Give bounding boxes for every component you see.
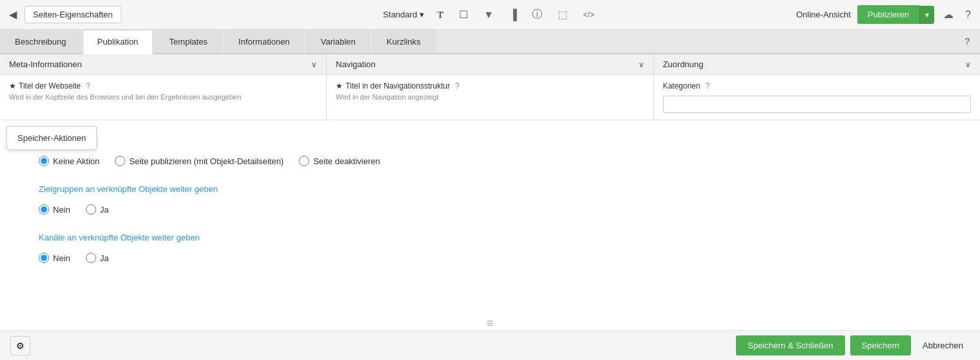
toolbar-right: Online-Ansicht Publizieren ▾ ☁ ? — [796, 5, 974, 24]
collapse-navigation-icon: ∨ — [638, 60, 644, 69]
radio-seite-deaktivieren-label: Seite deaktivieren — [313, 156, 380, 166]
tab-informationen[interactable]: Informationen — [223, 30, 305, 53]
collapse-zuordnung-icon: ∨ — [965, 60, 971, 69]
field-hint-2: Wird in der Navigation angezeigt — [336, 93, 644, 101]
section-header-navigation[interactable]: Navigation ∨ — [327, 54, 653, 74]
field-help-icon-1[interactable]: ? — [86, 81, 90, 90]
kanaele-title: Kanäle an verknüpfte Objekte weiter gebe… — [39, 233, 961, 242]
zielgruppen-section: Zielgruppen an verknüpfte Objekte weiter… — [39, 184, 961, 215]
required-star: ★ — [9, 81, 16, 90]
tab-variablen[interactable]: Variablen — [306, 30, 371, 53]
kanaele-radio-group: Nein Ja — [39, 253, 961, 263]
kanaele-ja[interactable]: Ja — [86, 253, 109, 263]
publikation-section: Publikation Keine Aktion Seite publizier… — [39, 136, 961, 166]
section-headers: Meta-Informationen ∨ Navigation ∨ Zuordn… — [0, 54, 980, 75]
speicher-aktionen-popup: Speicher-Aktionen — [6, 126, 97, 150]
section-meta-label: Meta-Informationen — [9, 59, 82, 69]
zielgruppen-nein[interactable]: Nein — [39, 204, 70, 215]
zielgruppen-ja-input[interactable] — [86, 204, 96, 215]
radio-seite-publizieren[interactable]: Seite publizieren (mit Objekt-Detailseit… — [115, 156, 283, 166]
field-help-icon-3[interactable]: ? — [706, 81, 710, 90]
dropdown-arrow-icon: ▾ — [420, 10, 424, 19]
tab-templates[interactable]: Templates — [154, 30, 222, 53]
section-header-zuordnung[interactable]: Zuordnung ∨ — [654, 54, 980, 74]
collapse-meta-icon: ∨ — [311, 60, 317, 69]
publikation-radio-group: Keine Aktion Seite publizieren (mit Obje… — [39, 156, 961, 166]
zielgruppen-nein-input[interactable] — [39, 204, 49, 215]
field-hint-1: Wird in der Kopfzeile des Browsers und b… — [9, 93, 317, 101]
field-label-kategorien: Kategorien ? — [663, 81, 971, 90]
radio-seite-deaktivieren-input[interactable] — [299, 156, 309, 166]
publikation-title: Publikation — [39, 136, 961, 145]
field-label-text: Titel der Webseite — [19, 81, 81, 90]
tab-beschreibung[interactable]: Beschreibung — [0, 30, 81, 53]
field-label-titel-webseite: ★ Titel der Webseite ? — [9, 81, 317, 90]
layout-icon[interactable]: ☐ — [456, 6, 471, 23]
field-help-icon-2[interactable]: ? — [455, 81, 460, 90]
radio-keine-aktion-input[interactable] — [39, 156, 49, 166]
zielgruppen-title: Zielgruppen an verknüpfte Objekte weiter… — [39, 184, 961, 194]
speicher-aktionen-label: Speicher-Aktionen — [17, 133, 86, 143]
translate-icon[interactable]: 𝐓̄ — [434, 6, 446, 23]
standard-dropdown[interactable]: Standard ▾ — [383, 10, 424, 19]
cloud-icon[interactable]: ☁ — [941, 6, 956, 23]
publizieren-group: Publizieren ▾ — [857, 5, 934, 24]
radio-keine-aktion-label: Keine Aktion — [53, 156, 99, 166]
kanaele-ja-input[interactable] — [86, 253, 96, 263]
field-col-titel-navigation: ★ Titel in der Navigationsstruktur ? Wir… — [327, 75, 653, 120]
section-navigation-label: Navigation — [336, 59, 375, 69]
grid-icon[interactable]: ⬚ — [555, 6, 570, 23]
zielgruppen-ja-label: Ja — [100, 205, 109, 215]
field-label-text-2: Titel in der Navigationsstruktur — [345, 81, 450, 90]
required-star-2: ★ — [336, 81, 343, 90]
help-icon[interactable]: ? — [963, 6, 974, 23]
zielgruppen-ja[interactable]: Ja — [86, 204, 109, 215]
zielgruppen-nein-label: Nein — [53, 205, 70, 215]
back-button[interactable]: ◀ — [6, 6, 19, 23]
section-header-meta[interactable]: Meta-Informationen ∨ — [0, 54, 327, 74]
tabs-bar: Beschreibung Publikation Templates Infor… — [0, 30, 980, 54]
radio-seite-deaktivieren[interactable]: Seite deaktivieren — [299, 156, 380, 166]
filter-icon[interactable]: ▼ — [481, 6, 496, 23]
section-zuordnung-label: Zuordnung — [663, 59, 704, 69]
top-toolbar: ◀ Seiten-Eigenschaften Standard ▾ 𝐓̄ ☐ ▼… — [0, 0, 980, 30]
kategorien-input[interactable] — [663, 96, 971, 113]
info-icon[interactable]: ⓘ — [529, 5, 545, 24]
kanaele-ja-label: Ja — [100, 253, 109, 263]
zielgruppen-radio-group: Nein Ja — [39, 204, 961, 215]
publizieren-button[interactable]: Publizieren — [857, 5, 919, 24]
kanaele-section: Kanäle an verknüpfte Objekte weiter gebe… — [39, 233, 961, 263]
field-col-kategorien: Kategorien ? — [654, 75, 980, 120]
tab-help-icon[interactable]: ? — [954, 30, 980, 53]
field-col-titel-webseite: ★ Titel der Webseite ? Wird in der Kopfz… — [0, 75, 327, 120]
main-content: Publikation Keine Aktion Seite publizier… — [0, 120, 980, 294]
field-label-text-3: Kategorien — [663, 81, 700, 90]
radio-seite-publizieren-input[interactable] — [115, 156, 125, 166]
page-properties-button[interactable]: Seiten-Eigenschaften — [25, 6, 121, 23]
radio-keine-aktion[interactable]: Keine Aktion — [39, 156, 99, 166]
kanaele-nein-label: Nein — [53, 253, 70, 263]
field-label-titel-navigation: ★ Titel in der Navigationsstruktur ? — [336, 81, 644, 90]
kanaele-nein[interactable]: Nein — [39, 253, 70, 263]
publizieren-dropdown-button[interactable]: ▾ — [919, 6, 934, 24]
kanaele-nein-input[interactable] — [39, 253, 49, 263]
online-ansicht-button[interactable]: Online-Ansicht — [796, 10, 851, 19]
tab-kurzlinks[interactable]: Kurzlinks — [372, 30, 436, 53]
chart-icon[interactable]: ▐ — [507, 6, 519, 23]
fields-row: ★ Titel der Webseite ? Wird in der Kopfz… — [0, 75, 980, 120]
tab-publikation[interactable]: Publikation — [83, 30, 154, 54]
radio-seite-publizieren-label: Seite publizieren (mit Objekt-Detailseit… — [129, 156, 283, 166]
code-icon[interactable]: </> — [580, 8, 597, 22]
